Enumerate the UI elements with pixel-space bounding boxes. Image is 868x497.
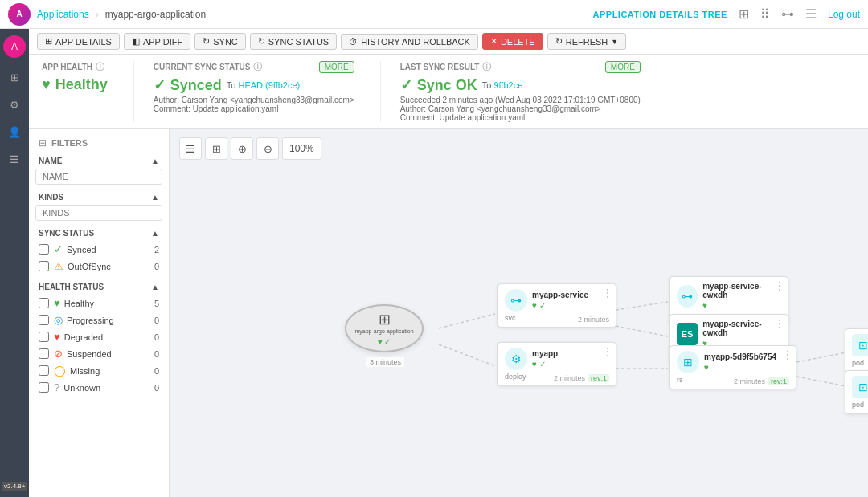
sidebar-icon-user[interactable]: 👤 — [3, 120, 26, 143]
app-health-status: Healthy — [55, 76, 108, 93]
app-health-section: APP HEALTH ⓘ ♥ Healthy — [42, 61, 108, 122]
graph-zoom-out-button[interactable]: ⊖ — [256, 137, 279, 160]
es-menu-icon[interactable]: ⋮ — [775, 318, 784, 329]
name-filter-label: NAME — [39, 157, 62, 165]
ep-menu-icon[interactable]: ⋮ — [775, 280, 784, 291]
rs-node-name: myapp-5d9f5b6754 — [704, 352, 776, 361]
health-progressing-checkbox[interactable] — [39, 315, 49, 325]
sidebar-icon-list[interactable]: ☰ — [3, 148, 26, 170]
rs-time: 2 minutes — [734, 377, 765, 385]
name-filter-section: NAME ▲ — [29, 153, 169, 185]
kinds-filter-section: KINDS ▲ — [29, 189, 169, 221]
node-pod2[interactable]: ⋮ ⊡ myapp-5d9f5b6754-xvz54 ♥ pod 2 minut… — [845, 370, 868, 414]
node-deploy[interactable]: ⋮ ⚙ myapp ♥ ✓ deploy 2 minutes — [497, 342, 616, 386]
menu-icon[interactable]: ☰ — [805, 6, 817, 22]
logout-button[interactable]: Log out — [828, 9, 860, 20]
healthy-icon: ♥ — [54, 297, 60, 309]
health-degraded-checkbox[interactable] — [39, 332, 49, 342]
sync-button[interactable]: ↻ SYNC — [194, 33, 246, 50]
node-pod1[interactable]: ⋮ ⊡ myapp-5d9f5b6754-c74z8 ♥ pod 2 minut… — [845, 328, 868, 373]
degraded-icon: ♥ — [54, 331, 60, 343]
last-sync-status: Sync OK — [417, 77, 477, 94]
root-time-label: 3 minutes — [366, 357, 404, 367]
name-filter-collapse-icon[interactable]: ▲ — [151, 157, 159, 165]
app-details-button[interactable]: ⊞ APP DETAILS — [37, 33, 120, 50]
app-health-label: APP HEALTH — [42, 63, 92, 71]
apps-link[interactable]: Applications — [37, 9, 89, 20]
sidebar-icon-apps[interactable]: ⊞ — [3, 66, 26, 88]
sync-status-collapse-icon[interactable]: ▲ — [151, 229, 159, 238]
current-sync-status: Synced — [170, 77, 222, 94]
filter-health-progressing: ◎ Progressing 0 — [35, 312, 162, 328]
health-healthy-count: 5 — [154, 299, 159, 308]
app-details-icon: ⊞ — [45, 36, 52, 47]
app-diff-icon: ◧ — [132, 36, 140, 47]
rs-icon: ⊞ — [683, 356, 693, 369]
node-root[interactable]: ⊞ myapp-argo-application ♥ ✓ — [345, 304, 424, 352]
health-missing-count: 0 — [154, 366, 159, 376]
sync-status-filter-section: SYNC STATUS ▲ ✓ Synced 2 ⚠ — [29, 226, 169, 275]
health-degraded-count: 0 — [154, 332, 159, 342]
dots-icon[interactable]: ⠿ — [760, 6, 770, 22]
sync-outofsync-count: 0 — [154, 262, 159, 271]
filter-icon: ⊟ — [39, 137, 47, 149]
health-missing-checkbox[interactable] — [39, 365, 49, 376]
sync-status-filter-label: SYNC STATUS — [39, 229, 94, 238]
refresh-button[interactable]: ↻ REFRESH ▼ — [547, 33, 626, 50]
info-bar: APP HEALTH ⓘ ♥ Healthy CURRENT SYNC STAT… — [29, 55, 868, 129]
filter-health-degraded: ♥ Degraded 0 — [35, 328, 162, 345]
last-sync-more-button[interactable]: MORE — [605, 61, 641, 73]
graph-area: ☰ ⊞ ⊕ ⊖ 100% — [170, 129, 868, 497]
last-sync-section: LAST SYNC RESULT ⓘ MORE ✓ Sync OK To 9ff… — [380, 61, 641, 122]
rs-menu-icon[interactable]: ⋮ — [783, 349, 792, 361]
name-filter-input[interactable] — [35, 169, 162, 185]
current-sync-head-link[interactable]: HEAD (9ffb2ce) — [238, 80, 300, 90]
graph-zoom-in-button[interactable]: ⊕ — [231, 137, 253, 160]
sidebar-icon-settings[interactable]: ⚙ — [3, 93, 26, 116]
ep-icon: ⊶ — [682, 290, 693, 303]
graph-expand-button[interactable]: ⊞ — [205, 137, 227, 160]
filter-health-suspended: ⊘ Suspended 0 — [35, 345, 162, 362]
sync-outofsync-checkbox[interactable] — [39, 261, 49, 271]
health-suspended-count: 0 — [154, 349, 159, 359]
refresh-dropdown-icon: ▼ — [611, 38, 618, 46]
svc-menu-icon[interactable]: ⋮ — [603, 287, 612, 299]
sync-status-button[interactable]: ↻ SYNC STATUS — [250, 33, 337, 50]
last-sync-check-icon: ✓ — [400, 76, 412, 94]
app-diff-button[interactable]: ◧ APP DIFF — [124, 33, 190, 50]
health-healthy-checkbox[interactable] — [39, 298, 49, 308]
kinds-filter-label: KINDS — [39, 193, 63, 202]
health-unknown-checkbox[interactable] — [39, 382, 49, 393]
kinds-filter-input[interactable] — [35, 205, 162, 221]
sync-synced-checkbox[interactable] — [39, 244, 49, 255]
sync-status-icon: ↻ — [258, 36, 265, 47]
health-status-filter-section: HEALTH STATUS ▲ ♥ Healthy 5 ◎ — [29, 279, 169, 396]
current-sync-info-icon: ⓘ — [253, 61, 262, 73]
sync-icon: ↻ — [203, 36, 210, 47]
current-sync-more-button[interactable]: MORE — [319, 61, 354, 73]
kinds-filter-collapse-icon[interactable]: ▲ — [151, 193, 159, 202]
node-rs[interactable]: ⋮ ⊞ myapp-5d9f5b6754 ♥ rs 2 minutes r — [669, 345, 796, 389]
health-unknown-count: 0 — [154, 383, 159, 393]
pod2-icon: ⊡ — [858, 381, 868, 393]
graph-list-view-button[interactable]: ☰ — [179, 137, 202, 160]
sidebar-avatar[interactable]: A — [3, 35, 26, 58]
delete-button[interactable]: ✕ DELETE — [482, 33, 543, 50]
node-svc[interactable]: ⋮ ⊶ myapp-service ♥ ✓ svc 2 minutes — [497, 283, 616, 328]
missing-icon: ◯ — [54, 365, 66, 377]
breadcrumb: myapp-argo-application — [105, 9, 206, 20]
svg-line-6 — [796, 377, 846, 386]
last-sync-commit-link[interactable]: 9ffb2ce — [493, 80, 522, 90]
refresh-icon: ↻ — [555, 36, 563, 47]
health-suspended-checkbox[interactable] — [39, 348, 49, 359]
history-rollback-button[interactable]: ⏱ HISTORY AND ROLLBACK — [341, 34, 478, 50]
app-logo: A — [8, 3, 31, 26]
tree-icon[interactable]: ⊶ — [781, 6, 794, 22]
health-status-collapse-icon[interactable]: ▲ — [151, 283, 159, 291]
rs-rev: rev:1 — [768, 377, 789, 385]
outofsync-status-icon: ⚠ — [54, 260, 63, 272]
grid-icon[interactable]: ⊞ — [739, 6, 749, 22]
es-icon: ES — [682, 329, 694, 339]
sidebar: A ⊞ ⚙ 👤 ☰ v2.4.8+ — [0, 29, 29, 497]
deploy-menu-icon[interactable]: ⋮ — [603, 346, 612, 357]
